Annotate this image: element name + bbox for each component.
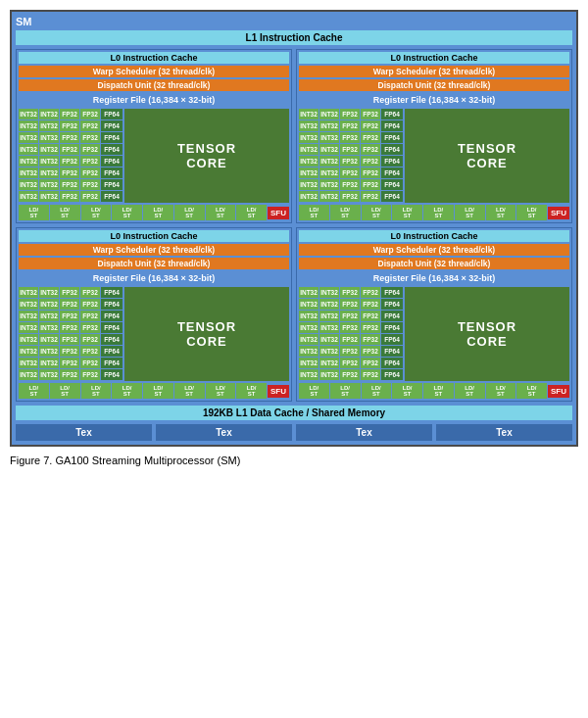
int32-cell: INT32	[39, 120, 59, 131]
fp32-cell: FP32	[361, 334, 380, 345]
warp-scheduler-br: Warp Scheduler (32 thread/clk)	[299, 244, 569, 256]
int32-cell: INT32	[39, 311, 59, 321]
cuda-area-br: INT32INT32FP32FP32FP64 INT32INT32FP32FP3…	[299, 287, 569, 381]
int32-cell: INT32	[319, 322, 339, 333]
fp64-cell: FP64	[381, 346, 403, 357]
fp32-cell: FP32	[361, 369, 380, 380]
fp32-cell: FP32	[60, 144, 79, 155]
cuda-row: INT32INT32FP32FP32FP64	[19, 191, 122, 202]
register-file-tl: Register File (16,384 × 32-bit)	[19, 93, 289, 107]
int32-cell: INT32	[319, 287, 339, 298]
warp-scheduler-tl: Warp Scheduler (32 thread/clk)	[19, 66, 289, 77]
int32-cell: INT32	[299, 369, 318, 380]
int32-cell: INT32	[319, 179, 339, 190]
ld-st-cell: LD/ST	[19, 383, 49, 399]
fp64-cell: FP64	[381, 179, 403, 190]
int32-cell: INT32	[319, 358, 339, 368]
fp32-cell: FP32	[80, 334, 100, 345]
int32-cell: INT32	[39, 369, 59, 380]
ld-st-cell: LD/ST	[50, 205, 80, 220]
cuda-row: INT32INT32FP32FP32FP64	[19, 156, 122, 167]
cuda-area-tl: INT32INT32FP32FP32FP64 INT32INT32FP32FP3…	[19, 109, 289, 203]
ld-st-cell: LD/ST	[516, 383, 547, 399]
ld-st-cell: LD/ST	[486, 205, 516, 220]
dispatch-unit-bl: Dispatch Unit (32 thread/clk)	[19, 258, 289, 269]
ld-st-cell: LD/ST	[19, 205, 49, 220]
tensor-core-label-bl: TENSORCORE	[177, 319, 236, 349]
int32-cell: INT32	[19, 156, 38, 167]
warp-scheduler-tr: Warp Scheduler (32 thread/clk)	[299, 66, 569, 77]
int32-cell: INT32	[319, 311, 339, 321]
fp32-cell: FP32	[60, 132, 79, 143]
fp32-cell: FP32	[60, 109, 79, 120]
cuda-row: INT32INT32FP32FP32FP64	[19, 311, 122, 321]
ld-st-cell: LD/ST	[423, 383, 454, 399]
fp32-cell: FP32	[340, 191, 360, 202]
bottom-row-tl: LD/ST LD/ST LD/ST LD/ST LD/ST LD/ST LD/S…	[19, 205, 289, 220]
fp32-cell: FP32	[361, 109, 380, 120]
ld-st-cell: LD/ST	[143, 205, 173, 220]
fp32-cell: FP32	[340, 168, 360, 178]
int32-cell: INT32	[299, 191, 318, 202]
int32-cell: INT32	[39, 179, 59, 190]
cuda-grid-bl: INT32INT32FP32FP32FP64 INT32INT32FP32FP3…	[19, 287, 122, 381]
int32-cell: INT32	[299, 144, 318, 155]
dispatch-unit-br: Dispatch Unit (32 thread/clk)	[299, 258, 569, 269]
cuda-row: INT32INT32FP32FP32FP64	[19, 132, 122, 143]
cuda-row: INT32INT32FP32FP32FP64	[19, 109, 122, 120]
tex-cell-3: Tex	[296, 424, 432, 441]
ld-st-cell: LD/ST	[362, 383, 392, 399]
cuda-row: INT32INT32FP32FP32FP64	[299, 132, 403, 143]
cuda-row: INT32INT32FP32FP32FP64	[299, 299, 403, 310]
fp32-cell: FP32	[361, 287, 380, 298]
dispatch-unit-tl: Dispatch Unit (32 thread/clk)	[19, 79, 289, 91]
bottom-row-tr: LD/ST LD/ST LD/ST LD/ST LD/ST LD/ST LD/S…	[299, 205, 569, 220]
ld-st-cell: LD/ST	[423, 205, 454, 220]
int32-cell: INT32	[319, 168, 339, 178]
ld-st-cell: LD/ST	[330, 383, 361, 399]
fp64-cell: FP64	[381, 168, 403, 178]
l0-cache-tl: L0 Instruction Cache	[19, 52, 289, 64]
fp32-cell: FP32	[80, 156, 100, 167]
fp32-cell: FP32	[80, 311, 100, 321]
sm-diagram: SM L1 Instruction Cache L0 Instruction C…	[10, 10, 578, 447]
fp64-cell: FP64	[381, 369, 403, 380]
int32-cell: INT32	[299, 179, 318, 190]
bottom-row-br: LD/ST LD/ST LD/ST LD/ST LD/ST LD/ST LD/S…	[299, 383, 569, 399]
int32-cell: INT32	[19, 311, 38, 321]
tensor-core-label-tl: TENSORCORE	[177, 141, 236, 170]
int32-cell: INT32	[299, 132, 318, 143]
fp32-cell: FP32	[60, 191, 79, 202]
int32-cell: INT32	[19, 358, 38, 368]
fp64-cell: FP64	[101, 109, 122, 120]
int32-cell: INT32	[39, 132, 59, 143]
ld-st-cell: LD/ST	[516, 205, 547, 220]
fp64-cell: FP64	[101, 132, 122, 143]
cuda-grid-br: INT32INT32FP32FP32FP64 INT32INT32FP32FP3…	[299, 287, 403, 381]
int32-cell: INT32	[39, 168, 59, 178]
fp32-cell: FP32	[80, 179, 100, 190]
fp32-cell: FP32	[80, 120, 100, 131]
fp32-cell: FP32	[361, 299, 380, 310]
cuda-row: INT32INT32FP32FP32FP64	[299, 322, 403, 333]
ld-st-cell: LD/ST	[112, 205, 142, 220]
int32-cell: INT32	[39, 191, 59, 202]
int32-cell: INT32	[299, 299, 318, 310]
int32-cell: INT32	[299, 358, 318, 368]
fp32-cell: FP32	[60, 322, 79, 333]
tensor-core-label-tr: TENSORCORE	[458, 141, 516, 170]
int32-cell: INT32	[299, 109, 318, 120]
cuda-row: INT32INT32FP32FP32FP64	[19, 168, 122, 178]
int32-cell: INT32	[19, 369, 38, 380]
int32-cell: INT32	[39, 144, 59, 155]
fp32-cell: FP32	[80, 168, 100, 178]
int32-cell: INT32	[319, 299, 339, 310]
fp64-cell: FP64	[101, 156, 122, 167]
cuda-row: INT32INT32FP32FP32FP64	[19, 144, 122, 155]
fp32-cell: FP32	[80, 369, 100, 380]
cuda-row: INT32INT32FP32FP32FP64	[299, 311, 403, 321]
cuda-grid-tr: INT32INT32FP32FP32FP64 INT32INT32FP32FP3…	[299, 109, 403, 203]
ld-st-cell: LD/ST	[81, 383, 112, 399]
fp32-cell: FP32	[80, 109, 100, 120]
int32-cell: INT32	[19, 346, 38, 357]
